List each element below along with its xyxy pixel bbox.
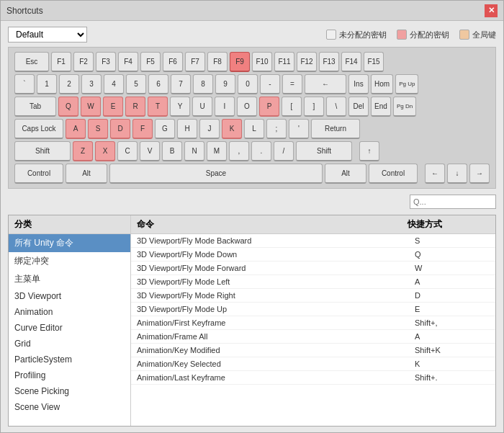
category-item-5[interactable]: Curve Editor	[9, 320, 130, 336]
key-m[interactable]: M	[207, 141, 227, 161]
key-e[interactable]: E	[103, 97, 123, 117]
key-9[interactable]: 9	[215, 74, 235, 94]
category-item-7[interactable]: ParticleSystem	[9, 352, 130, 367]
key-hom[interactable]: Hom	[371, 74, 393, 94]
key-f15[interactable]: F15	[364, 52, 384, 72]
key-f10[interactable]: F10	[252, 52, 272, 72]
cmd-row-1[interactable]: 3D Viewport/Fly Mode Down Q	[131, 248, 495, 262]
search-input[interactable]	[410, 195, 496, 209]
key-end[interactable]: End	[371, 97, 391, 117]
key-8[interactable]: 8	[193, 74, 213, 94]
key-comma[interactable]: ,	[229, 141, 249, 161]
key-w[interactable]: W	[81, 97, 101, 117]
category-item-4[interactable]: Animation	[9, 304, 130, 320]
key-6[interactable]: 6	[148, 74, 168, 94]
key-alt-right[interactable]: Alt	[325, 164, 366, 184]
cmd-row-10[interactable]: Animation/Last Keyframe Shift+.	[131, 371, 495, 385]
cmd-row-0[interactable]: 3D Viewport/Fly Mode Backward S	[131, 234, 495, 248]
key-semicolon[interactable]: ;	[266, 119, 287, 139]
cmd-row-3[interactable]: 3D Viewport/Fly Mode Left A	[131, 275, 495, 289]
key-shift-left[interactable]: Shift	[14, 141, 71, 161]
cmd-row-2[interactable]: 3D Viewport/Fly Mode Forward W	[131, 262, 495, 275]
key-f7[interactable]: F7	[185, 52, 205, 72]
key-d[interactable]: D	[110, 119, 130, 139]
key-lbracket[interactable]: [	[282, 97, 302, 117]
key-arrow-right[interactable]: →	[469, 164, 490, 184]
category-item-0[interactable]: 所有 Unity 命令	[9, 234, 130, 252]
cmd-row-8[interactable]: Animation/Key Modified Shift+K	[131, 344, 495, 357]
key-space[interactable]: Space	[109, 164, 323, 184]
key-7[interactable]: 7	[171, 74, 191, 94]
key-period[interactable]: .	[251, 141, 271, 161]
key-ctrl-right[interactable]: Control	[369, 164, 418, 184]
key-alt-left[interactable]: Alt	[66, 164, 107, 184]
key-q[interactable]: Q	[58, 97, 78, 117]
key-slash[interactable]: /	[274, 141, 294, 161]
key-arrow-left[interactable]: ←	[425, 164, 445, 184]
key-f3[interactable]: F3	[96, 52, 116, 72]
key-f5[interactable]: F5	[140, 52, 161, 72]
key-j[interactable]: J	[199, 119, 220, 139]
key-y[interactable]: Y	[170, 97, 190, 117]
key-4[interactable]: 4	[104, 74, 124, 94]
key-rbracket[interactable]: ]	[304, 97, 324, 117]
key-i[interactable]: I	[215, 97, 235, 117]
key-x[interactable]: X	[95, 141, 115, 161]
key-s[interactable]: S	[88, 119, 108, 139]
key-a[interactable]: A	[66, 119, 86, 139]
key-minus[interactable]: -	[260, 74, 280, 94]
key-3[interactable]: 3	[81, 74, 102, 94]
key-o[interactable]: O	[237, 97, 257, 117]
key-f1[interactable]: F1	[51, 52, 71, 72]
key-esc[interactable]: Esc	[14, 52, 49, 72]
key-t[interactable]: T	[148, 97, 168, 117]
cmd-row-6[interactable]: Animation/First Keyframe Shift+,	[131, 316, 495, 330]
category-item-3[interactable]: 3D Viewport	[9, 288, 130, 304]
key-ins[interactable]: Ins	[348, 74, 369, 94]
key-1[interactable]: 1	[37, 74, 57, 94]
key-f4[interactable]: F4	[118, 52, 138, 72]
key-backtick[interactable]: `	[14, 74, 35, 94]
key-2[interactable]: 2	[59, 74, 79, 94]
key-quote[interactable]: '	[289, 119, 309, 139]
key-capslock[interactable]: Caps Lock	[14, 119, 63, 139]
key-b[interactable]: B	[162, 141, 182, 161]
key-f13[interactable]: F13	[319, 52, 339, 72]
category-item-10[interactable]: Scene View	[9, 399, 130, 415]
key-f14[interactable]: F14	[341, 52, 361, 72]
key-f12[interactable]: F12	[297, 52, 317, 72]
key-equals[interactable]: =	[282, 74, 302, 94]
cmd-row-7[interactable]: Animation/Frame All A	[131, 330, 495, 344]
key-return[interactable]: Return	[311, 119, 360, 139]
key-backspace[interactable]: ←	[305, 74, 346, 94]
key-l[interactable]: L	[244, 119, 264, 139]
key-g[interactable]: G	[155, 119, 175, 139]
key-f9[interactable]: F9	[230, 52, 250, 72]
key-r[interactable]: R	[125, 97, 145, 117]
key-f11[interactable]: F11	[274, 52, 294, 72]
category-item-1[interactable]: 绑定冲突	[9, 252, 130, 270]
key-ctrl-left[interactable]: Control	[14, 164, 63, 184]
key-pgdn[interactable]: Pg Dn	[393, 97, 416, 117]
cmd-row-4[interactable]: 3D Viewport/Fly Mode Right D	[131, 289, 495, 303]
key-f[interactable]: F	[132, 119, 153, 139]
key-shift-right[interactable]: Shift	[296, 141, 352, 161]
key-pgup[interactable]: Pg Up	[395, 74, 418, 94]
key-arrow-down[interactable]: ↓	[447, 164, 467, 184]
key-f8[interactable]: F8	[207, 52, 228, 72]
category-item-2[interactable]: 主菜单	[9, 270, 130, 288]
key-f6[interactable]: F6	[163, 52, 183, 72]
cmd-row-5[interactable]: 3D Viewport/Fly Mode Up E	[131, 303, 495, 316]
key-p[interactable]: P	[259, 97, 279, 117]
key-tab[interactable]: Tab	[14, 97, 56, 117]
preset-select[interactable]: Default	[8, 27, 87, 43]
key-h[interactable]: H	[177, 119, 197, 139]
key-f2[interactable]: F2	[73, 52, 94, 72]
key-c[interactable]: C	[117, 141, 138, 161]
key-u[interactable]: U	[192, 97, 212, 117]
key-del[interactable]: Del	[348, 97, 369, 117]
key-0[interactable]: 0	[238, 74, 258, 94]
cmd-row-9[interactable]: Animation/Key Selected K	[131, 357, 495, 371]
category-item-8[interactable]: Profiling	[9, 367, 130, 383]
key-backslash[interactable]: \	[326, 97, 346, 117]
